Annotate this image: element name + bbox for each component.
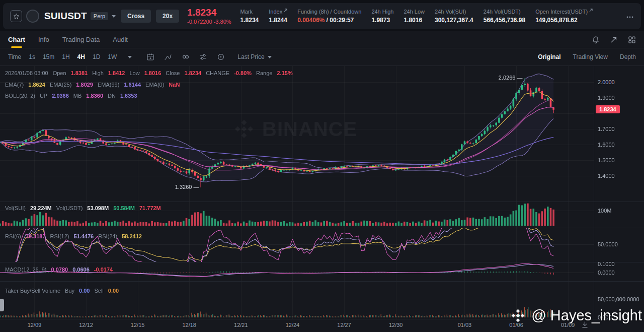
favorite-star-button[interactable] bbox=[10, 10, 22, 22]
view-switcher: OriginalTrading ViewDepth bbox=[538, 53, 636, 60]
margin-mode-button[interactable]: Cross bbox=[121, 10, 151, 23]
coin-logo bbox=[26, 10, 39, 23]
stat-index[interactable]: Index1.8244 bbox=[269, 9, 287, 24]
stat-label-text: Open Interest(USDT) bbox=[535, 9, 588, 15]
tab-audit[interactable]: Audit bbox=[113, 31, 128, 48]
tab-trading-data[interactable]: Trading Data bbox=[62, 31, 100, 48]
interval-1s[interactable]: 1s bbox=[29, 53, 35, 60]
stat-24h-high: 24h High1.9873 bbox=[371, 9, 393, 24]
view-depth[interactable]: Depth bbox=[620, 53, 636, 60]
stat-label: Funding (8h) / Countdown bbox=[297, 9, 361, 15]
symbol-header: SUIUSDT Perp Cross 20x 1.8234 -0.072200 … bbox=[3, 3, 641, 29]
more-options-button[interactable] bbox=[625, 12, 635, 22]
interval-time[interactable]: Time bbox=[8, 53, 21, 60]
price-axis-tick: 1.9000 bbox=[598, 95, 615, 101]
calendar-icon[interactable] bbox=[146, 53, 154, 61]
price-change-abs: -0.072200 bbox=[187, 19, 212, 25]
date-axis-label: 01/03 bbox=[458, 322, 472, 328]
price-annotation: 1.3260 — bbox=[175, 184, 199, 190]
watermark-text: BINANCE bbox=[262, 118, 357, 141]
stat-label-text: 24h High bbox=[371, 9, 393, 15]
price-axis-border[interactable] bbox=[594, 66, 594, 319]
price-axis-tick: 1.4000 bbox=[598, 173, 615, 179]
taker-axis-tick: 50,000,000.0000 bbox=[598, 296, 639, 302]
chevron-down-icon bbox=[112, 15, 116, 18]
stat-label: 24h Low bbox=[404, 9, 425, 15]
layout-grid-icon[interactable] bbox=[628, 36, 636, 44]
stat-value: 1.8016 bbox=[404, 17, 425, 24]
indicator-settings-icon[interactable] bbox=[199, 53, 207, 61]
panel-divider[interactable] bbox=[0, 281, 644, 282]
panel-divider[interactable] bbox=[0, 228, 644, 228]
rsi-axis-tick: 50.0000 bbox=[598, 241, 618, 247]
stat-label-text: Mark bbox=[240, 9, 253, 15]
credit-text: @ Hayes_insight bbox=[531, 307, 642, 324]
chart-style-icon[interactable] bbox=[164, 53, 172, 61]
view-original[interactable]: Original bbox=[538, 53, 560, 60]
stat-value: 1.8234 bbox=[240, 17, 259, 24]
panel-expand-handle[interactable] bbox=[0, 299, 4, 311]
binance-logo-icon bbox=[232, 117, 256, 141]
price-change: -0.072200 -3.80% bbox=[187, 19, 231, 25]
binance-logo-icon bbox=[510, 307, 526, 324]
interval-1h[interactable]: 1H bbox=[62, 53, 69, 60]
date-axis-label: 12/21 bbox=[234, 322, 248, 328]
panel-divider[interactable] bbox=[0, 202, 644, 202]
leverage-button[interactable]: 20x bbox=[156, 10, 179, 23]
stat-label-text: 24h Low bbox=[404, 9, 425, 15]
stat-24h-vol-sui: 24h Vol(SUI)300,127,367.4 bbox=[435, 9, 473, 24]
price-annotation: 2.0266 — bbox=[499, 75, 523, 81]
price-source-dropdown[interactable]: Last Price bbox=[237, 53, 271, 60]
stat-label: 24h Vol(SUI) bbox=[435, 9, 473, 15]
notification-bell-icon[interactable] bbox=[592, 36, 600, 44]
stat-24h-low: 24h Low1.8016 bbox=[404, 9, 425, 24]
stat-label-text: Funding (8h) / Countdown bbox=[297, 9, 361, 15]
last-price-badge: 1.8234 bbox=[596, 105, 620, 113]
stat-label-text: 24h Vol(SUI) bbox=[435, 9, 466, 15]
chevron-down-icon bbox=[268, 56, 272, 58]
stat-label: 24h High bbox=[371, 9, 393, 15]
funding-rate-value: 0.00406% bbox=[297, 17, 325, 24]
volume-axis-tick: 100M bbox=[598, 208, 612, 214]
stat-value: 1.8244 bbox=[269, 17, 287, 24]
tab-info[interactable]: Info bbox=[38, 31, 49, 48]
stat-value: 566,456,736.98 bbox=[484, 17, 525, 24]
binance-watermark: BINANCE bbox=[232, 117, 357, 141]
stat-label: Open Interest(USDT) bbox=[535, 9, 593, 15]
interval-1d[interactable]: 1D bbox=[93, 53, 100, 60]
chart-tab-bar: ChartInfoTrading DataAudit bbox=[0, 31, 644, 48]
symbol-selector[interactable]: SUIUSDT Perp bbox=[44, 11, 116, 22]
stat-label: Mark bbox=[240, 9, 259, 15]
expand-icon[interactable] bbox=[610, 36, 618, 44]
funding-countdown-value: / 00:29:57 bbox=[325, 17, 354, 24]
tab-bar-icons bbox=[592, 36, 636, 44]
crosshair-target-icon[interactable] bbox=[217, 53, 225, 61]
price-axis-tick: 1.6000 bbox=[598, 142, 615, 148]
view-trading-view[interactable]: Trading View bbox=[573, 53, 608, 60]
external-link-icon bbox=[589, 9, 593, 12]
tab-list: ChartInfoTrading DataAudit bbox=[8, 31, 128, 48]
stat-open-interest-usdt[interactable]: Open Interest(USDT)149,056,878.62 bbox=[535, 9, 593, 24]
author-credit-watermark: @ Hayes_insight bbox=[510, 307, 642, 324]
stat-mark: Mark1.8234 bbox=[240, 9, 259, 24]
price-change-pct: -3.80% bbox=[214, 19, 231, 25]
panel-divider[interactable] bbox=[0, 262, 644, 262]
toolbar-icons bbox=[146, 53, 225, 61]
interval-1w[interactable]: 1W bbox=[108, 53, 117, 60]
date-axis-label: 12/18 bbox=[182, 322, 196, 328]
tab-chart[interactable]: Chart bbox=[8, 31, 25, 48]
date-axis-label: 12/27 bbox=[337, 322, 351, 328]
stat-funding-8h-countdown: Funding (8h) / Countdown0.00406% / 00:29… bbox=[297, 9, 361, 24]
last-price: 1.8234 bbox=[187, 8, 231, 18]
chart-area: BINANCE @ Hayes_insight 2026/01/08 03:00… bbox=[0, 66, 644, 332]
stat-value: 300,127,367.4 bbox=[435, 17, 473, 24]
compare-overlay-icon[interactable] bbox=[182, 53, 190, 61]
interval-4h[interactable]: 4H bbox=[77, 53, 85, 60]
interval-dropdown-icon[interactable] bbox=[128, 56, 132, 58]
date-axis-label: 12/09 bbox=[28, 322, 42, 328]
chart-toolbar: Time1s15m1H4H1D1W Last Price OriginalTra… bbox=[0, 48, 644, 66]
interval-15m[interactable]: 15m bbox=[43, 53, 54, 60]
ellipsis-icon bbox=[626, 13, 634, 21]
stat-label: 24h Vol(USDT) bbox=[484, 9, 525, 15]
interval-list: Time1s15m1H4H1D1W bbox=[8, 53, 117, 60]
